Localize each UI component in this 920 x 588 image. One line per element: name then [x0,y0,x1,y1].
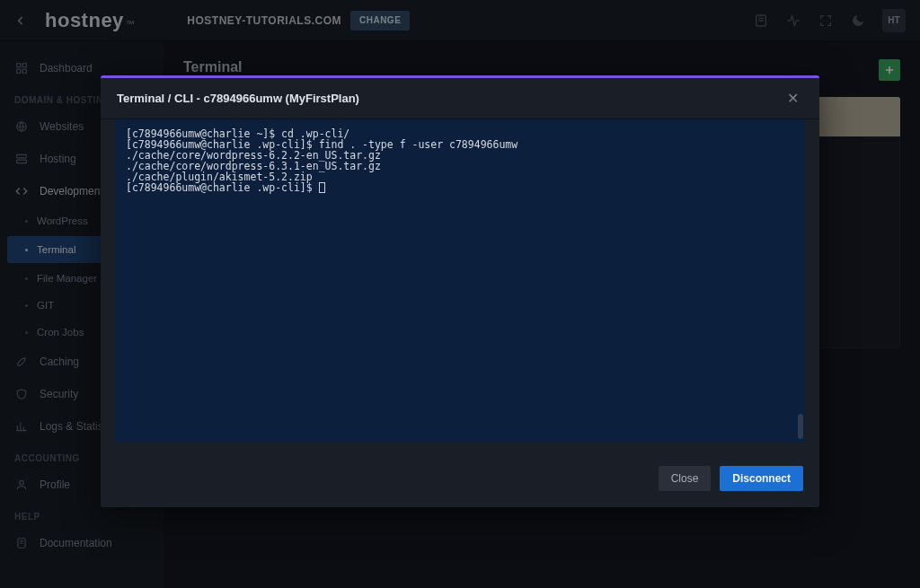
modal-footer: Close Disconnect [101,455,819,507]
close-icon: ✕ [787,90,799,107]
modal-overlay: Terminal / CLI - c7894966umw (MyFirstPla… [0,0,920,588]
disconnect-button[interactable]: Disconnect [720,466,803,491]
modal-close-button[interactable]: ✕ [782,88,803,110]
terminal-modal: Terminal / CLI - c7894966umw (MyFirstPla… [101,75,819,507]
terminal-output[interactable]: [c7894966umw@charlie ~]$ cd .wp-cli/[c78… [115,119,805,443]
close-button[interactable]: Close [659,466,712,491]
terminal-scrollbar[interactable] [798,414,803,439]
modal-header: Terminal / CLI - c7894966umw (MyFirstPla… [101,78,819,119]
modal-title: Terminal / CLI - c7894966umw (MyFirstPla… [117,92,359,105]
